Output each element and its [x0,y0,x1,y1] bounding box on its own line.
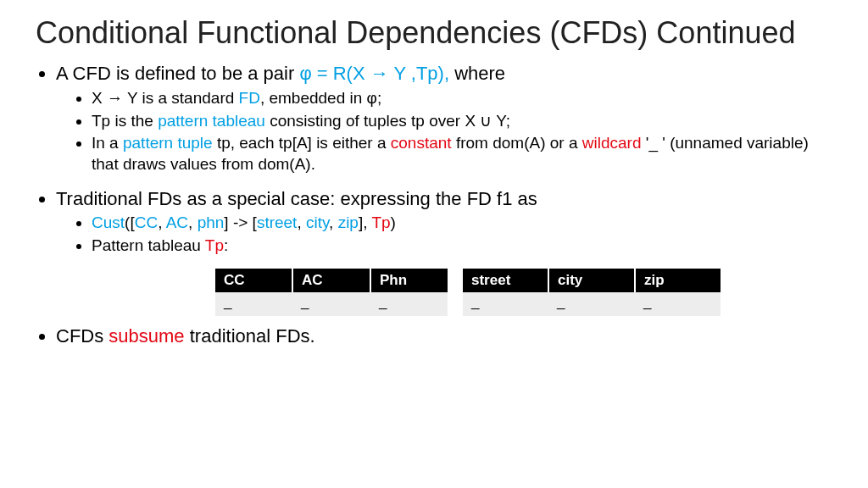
text: tp, each tp[A] is either a [213,134,391,152]
term-constant: constant [391,134,452,152]
term-cust: Cust [92,214,125,231]
sub-pattern-tableau: Tp is the pattern tableau consisting of … [92,111,832,132]
col-city: city [548,269,635,292]
term-pattern-tableau: pattern tableau [158,112,265,130]
punct: ], [359,214,372,231]
col-cc: CC [215,269,292,292]
cell: _ [215,292,292,316]
formula: φ = R(X → Y ,Tp), [299,63,449,84]
sub-cust-expression: Cust([CC, AC, phn] -> [street, city, zip… [92,213,832,234]
table-lhs: CC AC Phn _ _ _ [215,269,448,316]
cell: _ [292,292,370,316]
punct: , [188,214,198,231]
punct: ([ [125,214,135,231]
sub-fd: X → Y is a standard FD, embedded in φ; [92,88,832,109]
term-fd: FD [239,89,260,107]
sub-list: Cust([CC, AC, phn] -> [street, city, zip… [56,213,832,256]
table-header-row: street city zip [463,269,721,292]
punct: , [158,214,166,231]
text: traditional FDs. [185,325,315,347]
term-wildcard: wildcard [582,134,642,152]
text: consisting of tuples tp over X ∪ Y; [265,112,510,130]
term-tp: Tp [205,236,224,254]
sub-list: X → Y is a standard FD, embedded in φ; T… [56,88,832,175]
text: where [449,63,505,84]
cell: _ [463,292,548,316]
punct: , [297,214,306,231]
attr-zip: zip [338,214,359,231]
text: : [224,236,228,254]
col-ac: AC [292,269,370,292]
attr-cc: CC [135,214,158,231]
cell: _ [635,292,721,316]
cell: _ [370,292,448,316]
text: X → Y is a standard [92,89,239,107]
bullet-list: A CFD is defined to be a pair φ = R(X → … [36,62,832,256]
text: Tp is the [92,112,158,130]
bullet-subsume: CFDs subsume traditional FDs. [56,324,832,349]
punct: , [329,214,338,231]
text: Traditional FDs as a special case: expre… [56,188,537,209]
text: A CFD is defined to be a pair [56,63,299,84]
table-row: _ _ _ [215,292,448,316]
col-zip: zip [635,269,721,292]
tableau-tables: CC AC Phn _ _ _ street city zip _ _ _ [215,269,832,316]
attr-city: city [306,214,329,231]
text: , embedded in φ; [260,89,381,107]
text: from dom(A) or a [452,134,582,152]
bullet-cfd-definition: A CFD is defined to be a pair φ = R(X → … [56,62,832,175]
term-pattern-tuple: pattern tuple [123,134,213,152]
bullet-traditional-fds: Traditional FDs as a special case: expre… [56,187,832,257]
term-tp: Tp [371,214,390,231]
bullet-list: CFDs subsume traditional FDs. [36,324,832,349]
cell: _ [548,292,635,316]
table-rhs: street city zip _ _ _ [463,269,721,316]
slide-title: Conditional Functional Dependencies (CFD… [36,15,832,50]
term-subsume: subsume [108,325,184,347]
attr-phn: phn [198,214,225,231]
col-phn: Phn [370,269,448,292]
table-row: _ _ _ [463,292,721,316]
table-header-row: CC AC Phn [215,269,448,292]
text: CFDs [56,325,108,347]
col-street: street [463,269,548,292]
attr-ac: AC [166,214,188,231]
attr-street: street [257,214,298,231]
slide: Conditional Functional Dependencies (CFD… [0,0,868,348]
text: Pattern tableau [92,236,205,254]
sub-pattern-tuple: In a pattern tuple tp, each tp[A] is eit… [92,133,832,175]
sub-pattern-tableau-label: Pattern tableau Tp: [92,236,832,257]
punct: -> [ [229,214,257,231]
text: In a [92,134,123,152]
punct: ) [391,214,396,231]
